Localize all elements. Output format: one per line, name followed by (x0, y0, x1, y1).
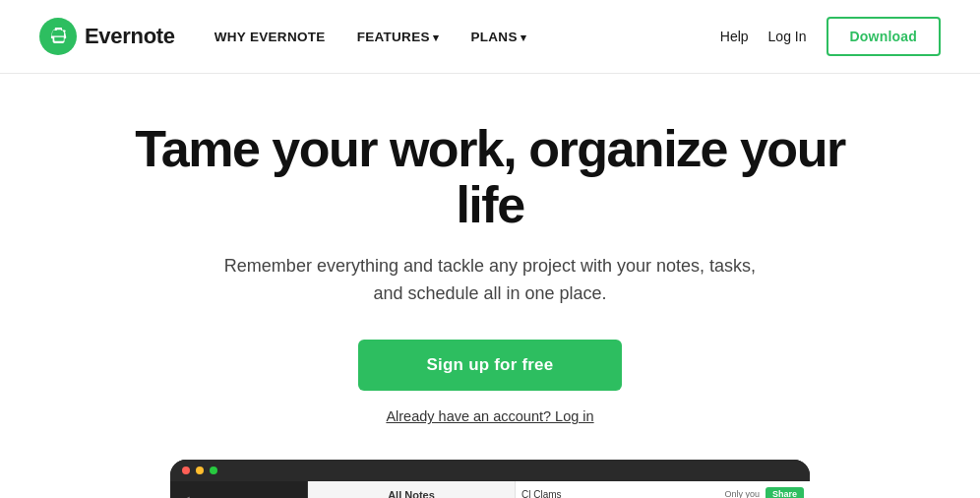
brand-name: Evernote (85, 24, 175, 49)
nav-features[interactable]: FEATURES (357, 30, 440, 44)
hero-title: Tame your work, organize your life (121, 121, 859, 233)
device-sidebar: ◀ (170, 481, 308, 498)
device-top-bar (170, 460, 810, 481)
evernote-logo-icon (39, 18, 77, 55)
nav-why-evernote[interactable]: WHY EVERNOTE (214, 30, 326, 44)
hero-subtitle: Remember everything and tackle any proje… (214, 253, 766, 308)
note-panel-title: Cl Clams (521, 489, 562, 498)
help-link[interactable]: Help (720, 29, 749, 44)
device-main-panel: All Notes Jamie Gold (308, 481, 515, 498)
download-button[interactable]: Download (827, 17, 941, 56)
only-you-badge: Only you (724, 489, 760, 498)
logo-link[interactable]: Evernote (39, 18, 175, 55)
window-maximize-dot (210, 467, 217, 474)
device-sidebar-icon: ◀ (182, 494, 190, 498)
device-panel-header: All Notes (316, 489, 507, 498)
device-sidebar-item: ◀ (170, 489, 307, 498)
hero-login-link[interactable]: Already have an account? Log in (386, 408, 593, 424)
nav-right: Help Log In Download (720, 17, 941, 56)
signup-button[interactable]: Sign up for free (358, 340, 623, 391)
note-panel-header: Cl Clams Only you Share (521, 487, 804, 498)
device-content: ◀ All Notes Jamie Gold Cl Clams Only you… (170, 481, 810, 498)
nav-links: WHY EVERNOTE FEATURES PLANS (214, 30, 720, 44)
hero-section: Tame your work, organize your life Remem… (0, 74, 980, 498)
window-minimize-dot (196, 467, 204, 474)
window-close-dot (182, 467, 190, 474)
navbar: Evernote WHY EVERNOTE FEATURES PLANS Hel… (0, 0, 980, 74)
svg-point-1 (62, 31, 64, 33)
note-share-button[interactable]: Share (766, 487, 804, 498)
device-note-panel: Cl Clams Only you Share (515, 481, 810, 498)
device-mockup: ◀ All Notes Jamie Gold Cl Clams Only you… (170, 460, 810, 498)
nav-plans[interactable]: PLANS (470, 30, 526, 44)
login-link[interactable]: Log In (768, 29, 807, 44)
